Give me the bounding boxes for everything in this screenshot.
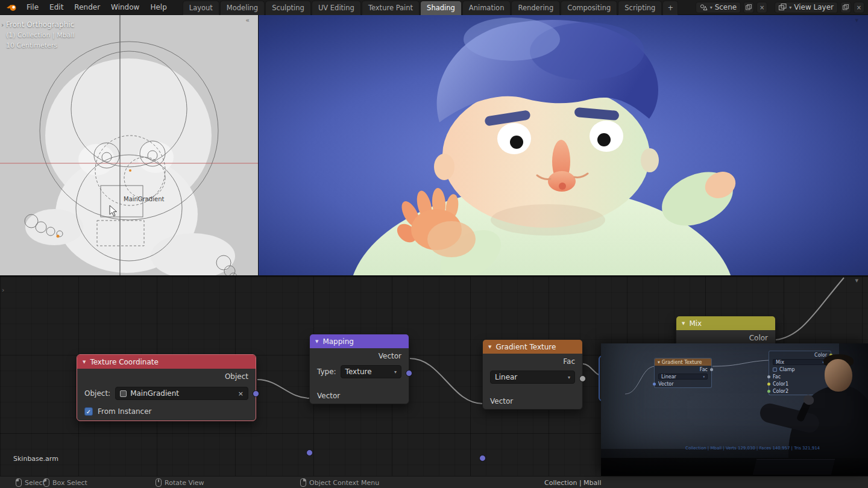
input-vector-label: Vector (317, 392, 340, 400)
node-mapping[interactable]: ▼ Mapping Vector Type: Texture ▾ Vector (309, 334, 409, 404)
tab-scripting[interactable]: Scripting (618, 1, 662, 15)
output-fac-socket[interactable] (579, 375, 586, 382)
delete-view-layer-button[interactable]: × (854, 2, 864, 13)
edited-object-label: Skinbase.arm (13, 455, 58, 463)
output-object-label: Object (225, 372, 248, 381)
copy-icon (843, 4, 849, 10)
tab-animation[interactable]: Animation (462, 1, 511, 15)
viewport-wireframe[interactable]: Front Orthographic (1) Collection | Mbal… (0, 15, 258, 275)
output-vector-socket[interactable] (406, 370, 412, 377)
viewport-rendered[interactable]: ▾ (258, 15, 868, 275)
scene-selector-group: ▾ Scene × (696, 2, 768, 13)
collapse-icon[interactable]: ▼ (315, 339, 318, 344)
toolbar-expand-icon[interactable]: › (1, 22, 4, 28)
output-vector-label: Vector (379, 352, 401, 360)
tab-sculpting[interactable]: Sculpting (265, 1, 311, 15)
menu-edit[interactable]: Edit (45, 2, 68, 13)
mouse-cursor (109, 205, 118, 217)
menu-render[interactable]: Render (69, 2, 105, 13)
node-header[interactable]: ▼ Mix (676, 316, 775, 330)
presenter-video-overlay: ▼ Gradient Texture Fac Linear ▾ Vector C (601, 343, 868, 476)
collapse-icon[interactable]: ▼ (488, 345, 491, 349)
output-color-label: Color (749, 334, 768, 342)
clear-object-icon[interactable]: × (238, 390, 244, 398)
collapse-icon[interactable]: ▼ (83, 360, 86, 364)
copy-icon (746, 4, 752, 10)
tab-uv-editing[interactable]: UV Editing (312, 1, 361, 15)
view-name: Front Orthographic (6, 20, 75, 30)
object-field[interactable]: MainGradient × (115, 387, 248, 400)
region-collapse-icon[interactable]: ▾ (855, 278, 858, 284)
node-header[interactable]: ▼ Texture Coordinate (77, 355, 256, 369)
viewport-header-text: Front Orthographic (1) Collection | Mbal… (6, 20, 75, 51)
interpolation-dropdown[interactable]: Linear ▾ (490, 371, 575, 384)
mouse-right-click-icon (300, 478, 306, 487)
from-instancer-checkbox[interactable]: ✓ (84, 407, 93, 416)
node-title: Mix (689, 319, 702, 328)
menu-help[interactable]: Help (145, 2, 171, 13)
blender-logo-icon (6, 4, 17, 11)
tab-rendering[interactable]: Rendering (511, 1, 560, 15)
menu-window[interactable]: Window (106, 2, 144, 13)
output-object-socket[interactable] (253, 390, 259, 397)
region-collapse-icon[interactable]: ▾ (855, 17, 858, 23)
mapping-type-dropdown[interactable]: Texture ▾ (341, 365, 401, 378)
delete-scene-button[interactable]: × (756, 2, 767, 13)
tab-modeling[interactable]: Modeling (220, 1, 265, 15)
type-label: Type: (317, 368, 336, 376)
tab-layout[interactable]: Layout (183, 1, 219, 15)
topbar: File Edit Render Window Help Layout Mode… (0, 0, 868, 15)
node-title: Texture Coordinate (90, 358, 159, 366)
status-label: Object Context Menu (309, 479, 379, 487)
rendered-character (259, 15, 868, 275)
object-name-label: MainGradient (124, 196, 164, 202)
from-instancer-label: From Instancer (98, 407, 152, 416)
scene-icon (700, 4, 708, 11)
node-header[interactable]: ▼ Gradient Texture (483, 340, 582, 354)
object-field-value: MainGradient (130, 389, 234, 398)
view-layer-name: View Layer (794, 3, 834, 11)
tab-texture-paint[interactable]: Texture Paint (362, 1, 420, 15)
blender-logo-icon[interactable] (4, 4, 19, 11)
type-value: Texture (345, 368, 372, 376)
grid-scale: 10 Centimeters (6, 40, 75, 51)
new-view-layer-button[interactable] (840, 2, 851, 13)
status-box-select: Box Select (43, 477, 87, 488)
status-select: Select (16, 477, 45, 488)
collapse-icon[interactable]: ▼ (682, 321, 685, 326)
node-title: Mapping (322, 337, 354, 346)
object-field-label: Object: (84, 389, 110, 398)
active-collection-object: Collection | Mball (544, 477, 601, 488)
blender-window: File Edit Render Window Help Layout Mode… (0, 0, 868, 488)
status-label: Rotate View (165, 479, 204, 487)
wireframe-drawing (0, 15, 258, 275)
mouse-middle-click-icon (156, 478, 162, 487)
input-vector-socket[interactable] (306, 449, 313, 456)
view-layer-selector[interactable]: ▾ View Layer (775, 2, 838, 13)
scene-selector[interactable]: ▾ Scene (696, 2, 741, 13)
chevron-down-icon: ▾ (394, 369, 397, 375)
new-scene-button[interactable] (743, 2, 754, 13)
workspace-tabs: Layout Modeling Sculpting UV Editing Tex… (183, 0, 678, 15)
view-layer-icon (779, 4, 787, 11)
input-vector-socket[interactable] (479, 455, 486, 461)
mouse-left-click-icon (16, 478, 22, 487)
add-workspace-button[interactable]: + (662, 1, 678, 15)
menu-file[interactable]: File (22, 2, 43, 13)
node-header[interactable]: ▼ Mapping (310, 334, 409, 348)
interpolation-value: Linear (495, 373, 517, 381)
node-title: Gradient Texture (495, 343, 556, 351)
object-data-icon (120, 390, 127, 397)
tab-shading[interactable]: Shading (420, 1, 462, 15)
view-layer-group: ▾ View Layer × (775, 2, 864, 13)
status-label: Box Select (52, 479, 87, 487)
node-texture-coordinate[interactable]: ▼ Texture Coordinate Object Object: Main… (77, 354, 256, 421)
status-rotate-view: Rotate View (156, 477, 204, 488)
status-label: Select (25, 479, 45, 487)
tab-compositing[interactable]: Compositing (561, 1, 617, 15)
sidebar-collapse-icon[interactable]: « (245, 17, 250, 23)
chevron-down-icon: ▾ (789, 5, 791, 10)
node-gradient-texture[interactable]: ▼ Gradient Texture Fac Linear ▾ Vector (482, 339, 583, 410)
chevron-down-icon: ▾ (568, 375, 570, 380)
panel-expand-icon[interactable]: › (2, 287, 4, 293)
